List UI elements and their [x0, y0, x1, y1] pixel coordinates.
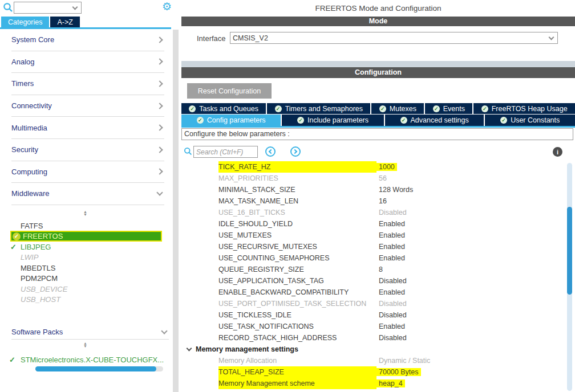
parameter-value: 1000 — [376, 163, 397, 171]
category-row[interactable]: Timers — [11, 73, 164, 95]
config-tab[interactable]: ✓ Advanced settings — [385, 115, 484, 126]
config-tab[interactable]: ✓ Mutexes — [371, 103, 424, 114]
section-divider — [181, 61, 575, 67]
middleware-item[interactable]: ✓ ✓ USB_HOST — [0, 294, 171, 304]
config-tab[interactable]: ✓ Events — [425, 103, 472, 114]
middleware-item-label: LIBJPEG — [21, 243, 51, 251]
parameter-search-input[interactable] — [193, 146, 258, 158]
category-label: Computing — [11, 168, 47, 176]
category-row[interactable]: System Core — [11, 29, 164, 51]
sidebar-tab[interactable]: Categories — [1, 17, 49, 27]
sidebar-tab-label: A->Z — [57, 18, 72, 26]
parameter-row[interactable]: Memory Allocation Dynamic / Static — [181, 355, 567, 366]
parameter-value: heap_4 — [376, 379, 405, 387]
sidebar-tabs: Categories A->Z — [1, 17, 80, 27]
parameter-name: QUEUE_REGISTRY_SIZE — [218, 266, 376, 273]
config-tab[interactable]: ✓ Config parameters — [181, 115, 281, 126]
check-circle-icon: ✓ — [13, 232, 21, 240]
software-pack-item[interactable]: ✓ STMicroelectronics.X-CUBE-TOUCHGFX... — [0, 354, 169, 365]
parameter-row[interactable]: USE_COUNTING_SEMAPHORES Enabled — [181, 252, 567, 264]
mode-config-panel: FREERTOS Mode and Configuration Mode Int… — [181, 0, 575, 392]
sidebar-search-combobox[interactable] — [14, 2, 82, 14]
chevron-down-icon — [72, 4, 78, 10]
parameter-row[interactable]: Memory management settings — [181, 344, 567, 355]
parameter-value: 70000 Bytes — [376, 368, 421, 376]
software-packs-label: Software Packs — [11, 328, 63, 336]
parameter-name: TOTAL_HEAP_SIZE — [218, 366, 376, 378]
middleware-item-label: LWIP — [21, 253, 38, 262]
chevron-down-icon — [187, 346, 192, 352]
parameter-row[interactable]: QUEUE_REGISTRY_SIZE 8 — [181, 264, 567, 275]
check-badge-icon: ✓ — [189, 105, 196, 112]
parameter-row[interactable]: MAX_PRIORITIES 56 — [181, 173, 567, 184]
previous-match-button[interactable] — [265, 146, 276, 157]
parameter-row[interactable]: USE_TICKLESS_IDLE Disabled — [181, 309, 567, 321]
check-badge-icon: ✓ — [481, 105, 488, 112]
chevron-icon — [156, 146, 163, 153]
parameter-row[interactable]: USE_APPLICATION_TASK_TAG Disabled — [181, 275, 567, 287]
middleware-item[interactable]: ✓ ✓ FREERTOS — [10, 231, 162, 242]
middleware-item[interactable]: ✓ ✓ LWIP — [0, 252, 171, 263]
category-row[interactable]: Middleware — [11, 183, 164, 205]
sort-toggle-icon[interactable]: ▲▼ — [83, 210, 87, 216]
gear-icon[interactable]: ⚙ — [162, 1, 172, 13]
horizontal-scrollbar[interactable] — [35, 366, 163, 371]
middleware-item[interactable]: ✓ ✓ USB_DEVICE — [0, 284, 171, 294]
parameter-row[interactable]: USE_MUTEXES Enabled — [181, 230, 567, 241]
parameter-row[interactable]: TOTAL_HEAP_SIZE 70000 Bytes — [181, 366, 567, 378]
parameter-row[interactable]: USE_TASK_NOTIFICATIONS Enabled — [181, 321, 567, 332]
next-match-button[interactable] — [290, 146, 301, 157]
category-label: Middleware — [11, 189, 49, 198]
parameter-name: USE_APPLICATION_TASK_TAG — [218, 277, 376, 285]
software-packs-header[interactable]: Software Packs — [11, 325, 169, 340]
config-tab[interactable]: ✓ Include parameters — [282, 115, 383, 126]
parameter-row[interactable]: RECORD_STACK_HIGH_ADDRESS Disabled — [181, 332, 567, 344]
middleware-item-label: USB_DEVICE — [21, 285, 67, 293]
sort-toggle-icon[interactable]: ▲▼ — [83, 342, 87, 348]
parameters-hint: Configure the below parameters : — [181, 128, 573, 140]
parameter-table: TICK_RATE_HZ 1000 MAX_PRIORITIES 56 MINI… — [181, 161, 567, 389]
category-label: Connectivity — [11, 101, 52, 110]
parameter-row[interactable]: MINIMAL_STACK_SIZE 128 Words — [181, 184, 567, 195]
middleware-item[interactable]: ✓ ✓ LIBJPEG — [0, 242, 171, 252]
category-row[interactable]: Security — [11, 139, 164, 161]
reset-configuration-button[interactable]: Reset Configuration — [187, 83, 272, 99]
parameter-row[interactable]: USE_16_BIT_TICKS Disabled — [181, 207, 567, 218]
parameter-value: 16 — [376, 197, 389, 205]
category-row[interactable]: Analog — [11, 51, 164, 74]
parameter-row[interactable]: MAX_TASK_NAME_LEN 16 — [181, 195, 567, 207]
middleware-item[interactable]: ✓ ✓ MBEDTLS — [0, 263, 171, 273]
middleware-item[interactable]: ✓ ✓ PDM2PCM — [0, 273, 171, 284]
parameter-row[interactable]: USE_PORT_OPTIMISED_TASK_SELECTION Disabl… — [181, 298, 567, 309]
config-tab[interactable]: ✓ FreeRTOS Heap Usage — [473, 103, 575, 114]
parameter-row[interactable]: USE_RECURSIVE_MUTEXES Enabled — [181, 241, 567, 252]
search-icon — [3, 2, 13, 13]
middleware-item-label: MBEDTLS — [21, 264, 55, 272]
parameter-name: ENABLE_BACKWARD_COMPATIBILITY — [218, 288, 376, 296]
check-badge-icon: ✓ — [297, 117, 304, 124]
config-tab[interactable]: ✓ Tasks and Queues — [181, 103, 266, 114]
category-row[interactable]: Connectivity — [11, 95, 164, 117]
check-badge-icon: ✓ — [197, 117, 204, 124]
parameter-value: Disabled — [376, 334, 409, 342]
category-row[interactable]: Multimedia — [11, 117, 164, 139]
sidebar-tab[interactable]: A->Z — [50, 17, 79, 27]
check-badge-icon: ✓ — [275, 105, 282, 112]
interface-select[interactable]: CMSIS_V2 — [230, 32, 558, 44]
parameter-row[interactable]: TICK_RATE_HZ 1000 — [181, 161, 567, 173]
horizontal-scrollbar-thumb[interactable] — [35, 366, 156, 371]
parameter-row[interactable]: IDLE_SHOULD_YIELD Enabled — [181, 218, 567, 230]
config-tab[interactable]: ✓ User Constants — [485, 115, 575, 126]
category-row[interactable]: Computing — [11, 161, 164, 183]
config-tabs-row1: ✓ Tasks and Queues ✓ Timers and Semaphor… — [181, 103, 575, 114]
middleware-item[interactable]: ✓ ✓ FATFS — [0, 220, 171, 231]
config-tab[interactable]: ✓ Timers and Semaphores — [267, 103, 370, 114]
parameter-row[interactable]: ENABLE_BACKWARD_COMPATIBILITY Enabled — [181, 287, 567, 298]
sidebar-scrollbar[interactable] — [173, 30, 179, 392]
info-icon[interactable]: i — [553, 147, 562, 157]
chevron-icon — [156, 80, 163, 87]
parameters-scrollbar-thumb[interactable] — [567, 207, 572, 295]
parameter-row[interactable]: Memory Management scheme heap_4 — [181, 378, 567, 389]
parameter-name: Memory Management scheme — [218, 378, 376, 389]
chevron-down-icon — [549, 34, 554, 40]
